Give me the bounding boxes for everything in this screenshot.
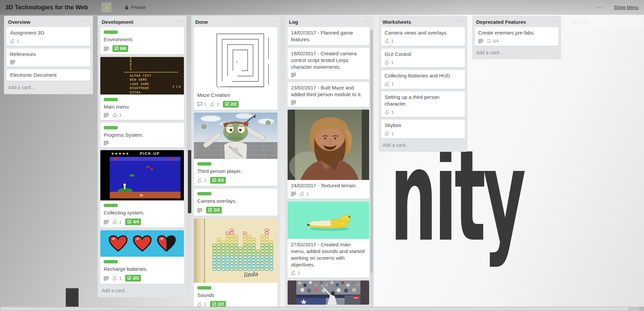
- card-image-maze-drawing: c o: [194, 27, 278, 89]
- card-title: References: [10, 51, 87, 58]
- card[interactable]: Recharge batteries. 1 ☑2/2: [100, 230, 184, 284]
- green-label: [104, 204, 118, 207]
- add-list-button[interactable]: Add a list…: [566, 16, 642, 29]
- card[interactable]: linda Sounds 1 ☑2/2: [194, 219, 278, 310]
- card[interactable]: 24/02/2017 - Textured terrain. 1: [288, 110, 369, 199]
- paperclip-icon: [112, 113, 117, 118]
- card[interactable]: PICK-UP 25 Collecting system.: [100, 150, 184, 228]
- card[interactable]: References: [7, 49, 90, 67]
- card-title: Setting up a third person character.: [385, 94, 461, 107]
- show-menu-link[interactable]: Show Menu: [614, 5, 639, 10]
- card-title: Skybox: [385, 122, 461, 129]
- card-title: Sounds: [197, 292, 274, 299]
- card[interactable]: Create enemies pre-fabs. ☑0/4: [475, 27, 558, 46]
- card-title: Create enemies pre-fabs.: [478, 29, 555, 36]
- paperclip-icon: [197, 178, 202, 183]
- list-menu-button[interactable]: ···: [551, 18, 558, 24]
- list-menu-button[interactable]: ···: [83, 18, 90, 24]
- attachment-badge: 1: [10, 39, 19, 44]
- privacy-label: Private: [131, 5, 146, 10]
- card-image-pixel-hearts: [100, 230, 184, 257]
- card-title: Collecting Batteries and HUD: [385, 72, 461, 79]
- list-overview: Overview··· Assignment 3D 1 References E…: [4, 16, 93, 94]
- checklist-badge: ☑2/2: [206, 207, 222, 213]
- add-card-button[interactable]: Add a card…: [379, 141, 467, 150]
- list-menu-button[interactable]: ···: [457, 18, 464, 24]
- card-title: 18/02/2017 - Created camera control scri…: [291, 50, 366, 70]
- card-image-lerpz-character: [194, 113, 278, 159]
- checkbox-icon: ☑: [114, 46, 118, 51]
- card-image-equalizer-notebook: linda: [194, 219, 278, 283]
- card[interactable]: Progress System.: [100, 123, 184, 147]
- card[interactable]: EXIT: [288, 281, 369, 305]
- card-title: GUI Control: [385, 51, 461, 58]
- attachment-badge: 1: [300, 191, 309, 196]
- scrollbar-corner: [639, 307, 644, 311]
- list-worksheets: Worksheets··· Camera views and overlays.…: [379, 16, 467, 152]
- checkbox-icon: ☑: [487, 39, 491, 43]
- list-title: Log: [289, 19, 298, 25]
- card-title: 14/02/2017 - Planned game features.: [291, 29, 366, 43]
- green-label: [104, 98, 118, 101]
- add-card-button[interactable]: Add a card…: [98, 287, 187, 296]
- card[interactable]: Camera overlays. ☑2/2: [194, 189, 278, 216]
- board-header: 3D Technologies for the Web ★ Private ··…: [0, 0, 644, 15]
- privacy-indicator[interactable]: Private: [125, 5, 146, 10]
- card[interactable]: Setting up a third person character. 1: [381, 91, 465, 117]
- card-title: 27/02/2017 - Created main menu, added so…: [291, 241, 366, 268]
- card[interactable]: Assignment 3D 1: [7, 27, 90, 46]
- list-title: Development: [102, 19, 133, 25]
- horizontal-scrollbar-thumb[interactable]: [1, 307, 629, 310]
- card-image-pickup-game-screenshot: PICK-UP 25: [100, 150, 184, 200]
- card[interactable]: Camera views and overlays. 1: [381, 27, 465, 46]
- description-icon: [104, 47, 109, 51]
- card[interactable]: 14/02/2017 - Planned game features.: [288, 27, 369, 45]
- attachment-badge: 1: [291, 270, 300, 275]
- card[interactable]: Third person player. 1 ☑2/2: [194, 113, 278, 186]
- card-title: 24/02/2017 - Textured terrain.: [291, 182, 366, 189]
- card[interactable]: 18/02/2017 - Created camera control scri…: [288, 48, 369, 79]
- green-label: [197, 286, 211, 290]
- lock-icon: [125, 5, 129, 10]
- card[interactable]: 27/02/2017 - Created main menu, added so…: [288, 201, 369, 278]
- paperclip-icon: [385, 110, 390, 115]
- list-menu-button[interactable]: ···: [177, 18, 183, 24]
- card[interactable]: Environment. ☑6/6: [100, 27, 184, 54]
- add-card-button[interactable]: Add a card…: [472, 49, 561, 58]
- board-canvas: Overview··· Assignment 3D 1 References E…: [4, 16, 642, 311]
- card-title: Maze Creation: [197, 92, 274, 99]
- checklist-badge: ☑2/2: [210, 177, 226, 184]
- horizontal-scrollbar[interactable]: [0, 307, 644, 311]
- card[interactable]: Collecting Batteries and HUD 1: [381, 70, 465, 89]
- card[interactable]: 23/02/2017 - Built Maze and added third …: [288, 82, 369, 107]
- paperclip-icon: [210, 102, 215, 107]
- header-menu-dots[interactable]: ···: [596, 4, 604, 11]
- card-title: Assignment 3D: [10, 29, 87, 36]
- paperclip-icon: [112, 220, 117, 225]
- list-menu-button[interactable]: ···: [270, 18, 277, 24]
- paperclip-icon: [291, 270, 296, 275]
- paperclip-icon: [385, 131, 390, 136]
- card[interactable]: FNAF4 ALPHA TESTNEW GAMELOAD GAMENIGHTMA…: [100, 57, 184, 120]
- paperclip-icon: [385, 39, 390, 44]
- card[interactable]: GUI Control 1: [381, 49, 465, 67]
- add-card-button[interactable]: Add a card…: [4, 83, 93, 93]
- star-button[interactable]: ★: [101, 2, 111, 12]
- green-label: [197, 162, 211, 166]
- card[interactable]: Electronic Document: [7, 69, 90, 81]
- card-title: Electronic Document: [10, 72, 87, 78]
- green-label: [197, 192, 211, 195]
- card[interactable]: c o Maze Creation 1 2 ☑2/2: [194, 27, 278, 110]
- list-menu-button[interactable]: ···: [364, 18, 370, 24]
- paperclip-icon: [385, 81, 390, 86]
- attachment-badge: 1: [385, 131, 394, 136]
- card[interactable]: Skybox 1: [381, 120, 465, 138]
- card-title: Environment.: [104, 36, 181, 43]
- list-title: Deprecated Features: [476, 19, 526, 25]
- attachment-badge: 1: [112, 276, 121, 281]
- log-scrollbar[interactable]: [370, 30, 373, 306]
- attachment-badge: 1: [385, 110, 394, 115]
- green-label: [104, 126, 118, 129]
- card-title: Camera overlays.: [197, 198, 274, 204]
- list-title: Worksheets: [383, 19, 411, 25]
